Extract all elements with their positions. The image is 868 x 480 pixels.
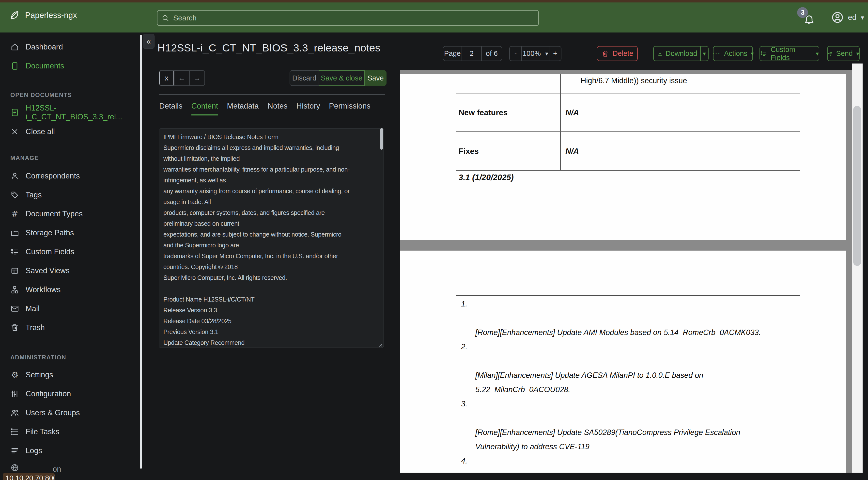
previous-document-button[interactable]: ← — [175, 71, 190, 85]
delete-button[interactable]: Delete — [597, 46, 638, 61]
sidebar-item[interactable]: Logs — [0, 441, 138, 460]
sidebar-item[interactable]: Trash — [0, 318, 138, 337]
sidebar-item-label: Mail — [26, 304, 40, 313]
pdf-scrollbar-thumb[interactable] — [853, 106, 861, 266]
sidebar-scrollbar[interactable] — [140, 35, 142, 469]
pdf-list-number: 4. — [461, 454, 467, 468]
zoom-level-dropdown[interactable]: 100% ▾ — [522, 47, 549, 61]
sidebar-collapse-button[interactable]: « — [143, 34, 155, 49]
pdf-list-text: [Milan][Enhancements] Update AGESA Milan… — [475, 371, 704, 394]
pdf-list-number: 1. — [461, 297, 467, 311]
page-label: Page — [443, 47, 462, 61]
sidebar-item-open-document[interactable]: H12SSL-i_C_CT_NT_BIOS_3.3_rel... — [0, 103, 138, 122]
workflows-icon — [10, 285, 19, 294]
editor-tab[interactable]: Details — [159, 102, 183, 115]
pdf-page-1: High/6.7 Middle)) security issue New fea… — [400, 74, 846, 240]
paperless-app-window: Paperless-ngx 3 ed ▾ Dashboard Do — [0, 0, 868, 480]
pdf-table-row: Fixes N/A — [456, 132, 800, 171]
sliders-icon — [10, 389, 19, 398]
download-split-button[interactable]: Download ▾ — [653, 46, 709, 61]
send-button-label: Send — [836, 50, 853, 58]
sidebar-item-label: Dashboard — [26, 42, 63, 52]
custom-fields-icon — [760, 50, 767, 58]
discard-button[interactable]: Discard — [289, 70, 319, 86]
trash-icon — [10, 323, 19, 332]
sidebar-item-close-all[interactable]: Close all — [0, 122, 138, 141]
app-title: Paperless-ngx — [25, 10, 77, 20]
actions-button-label: Actions — [724, 50, 747, 58]
sidebar-item[interactable]: Saved Views — [0, 261, 138, 280]
sidebar-item[interactable]: Users & Groups — [0, 403, 138, 422]
logs-icon — [10, 446, 19, 455]
chevron-down-icon: ▾ — [816, 51, 819, 57]
notifications-button[interactable]: 3 — [803, 9, 815, 25]
sidebar-item[interactable]: Configuration — [0, 384, 138, 403]
editor-tab[interactable]: Notes — [268, 102, 288, 115]
resize-handle-icon[interactable] — [376, 340, 383, 348]
zoom-in-button[interactable]: + — [549, 47, 561, 61]
page-number-input[interactable] — [464, 49, 479, 58]
pdf-list-entry: 1. [Rome][Enhancements] Update AMI Modul… — [456, 297, 800, 340]
sidebar-item[interactable]: ⚙ Settings — [0, 365, 138, 384]
username[interactable]: ed — [848, 13, 856, 22]
close-all-label: Close all — [26, 127, 55, 136]
file-tasks-icon — [10, 427, 19, 436]
actions-button[interactable]: ··· Actions ▾ — [713, 46, 753, 61]
hash-icon: # — [10, 209, 19, 218]
save-and-close-button[interactable]: Save & close — [319, 70, 365, 86]
download-icon — [658, 50, 662, 58]
sidebar-item-label: Storage Paths — [26, 229, 74, 237]
sidebar-item-label: Users & Groups — [26, 408, 80, 417]
sidebar-item[interactable]: Tags — [0, 185, 138, 204]
custom-fields-button[interactable]: Custom Fields ▾ — [760, 46, 819, 61]
sidebar-item-documentation-partial[interactable]: on — [53, 465, 61, 474]
app-brand[interactable]: Paperless-ngx — [9, 10, 77, 21]
window-top-strip — [0, 0, 868, 2]
sidebar-item[interactable]: Storage Paths — [0, 223, 138, 242]
editor-tab-label: Metadata — [227, 102, 258, 110]
global-search[interactable] — [157, 10, 539, 26]
pdf-security-issue-text: High/6.7 Middle)) security issue — [581, 76, 687, 85]
save-button[interactable]: Save — [365, 70, 386, 86]
pdf-preview[interactable]: High/6.7 Middle)) security issue New fea… — [400, 70, 852, 473]
user-menu-caret-icon[interactable]: ▾ — [861, 14, 864, 21]
content-textarea[interactable]: IPMI Firmware / BIOS Release Notes Form … — [159, 128, 384, 348]
editor-tab[interactable]: Permissions — [329, 102, 371, 115]
header-right-cluster: 3 ed ▾ — [803, 2, 864, 32]
sidebar-item[interactable]: # Document Types — [0, 204, 138, 223]
open-document-label: H12SSL-i_C_CT_NT_BIOS_3.3_rel... — [26, 103, 138, 121]
sidebar-item-label: Configuration — [26, 389, 71, 398]
search-icon — [161, 14, 169, 22]
sidebar-item-label: Tags — [26, 190, 41, 200]
editor-tab[interactable]: Metadata — [227, 102, 258, 115]
sidebar-item[interactable]: Documents — [0, 56, 138, 75]
send-button[interactable]: Send ▾ — [827, 46, 860, 61]
download-dropdown-toggle[interactable]: ▾ — [700, 47, 708, 61]
folder-icon — [10, 229, 19, 237]
textarea-scrollbar[interactable] — [380, 128, 383, 150]
file-icon — [10, 62, 19, 70]
zoom-out-button[interactable]: - — [510, 47, 522, 61]
sidebar-item[interactable]: Mail — [0, 299, 138, 318]
pdf-row-value: N/A — [565, 147, 579, 156]
editor-close-button[interactable]: x — [159, 71, 175, 85]
editor-tab[interactable]: Content — [191, 102, 218, 115]
sidebar-item[interactable]: Custom Fields — [0, 242, 138, 261]
sidebar-item[interactable]: Correspondents — [0, 167, 138, 185]
next-document-button[interactable]: → — [190, 71, 205, 85]
pdf-row-label: New features — [459, 108, 507, 117]
editor-tab[interactable]: History — [297, 102, 320, 115]
close-icon — [10, 127, 19, 136]
sidebar-item[interactable]: File Tasks — [0, 422, 138, 441]
download-button-label: Download — [665, 50, 697, 58]
sidebar-item-label: Document Types — [26, 209, 83, 218]
globe-icon — [10, 463, 19, 472]
sidebar-item[interactable]: Workflows — [0, 280, 138, 299]
user-avatar-icon[interactable] — [831, 11, 844, 24]
editor-divider — [159, 94, 385, 95]
sidebar-open-documents: H12SSL-i_C_CT_NT_BIOS_3.3_rel... — [0, 103, 138, 122]
search-input[interactable] — [173, 13, 534, 22]
manage-heading: MANAGE — [10, 155, 39, 161]
pdf-page-2: 1. [Rome][Enhancements] Update AMI Modul… — [400, 250, 846, 473]
sidebar-item[interactable]: Dashboard — [0, 37, 138, 56]
